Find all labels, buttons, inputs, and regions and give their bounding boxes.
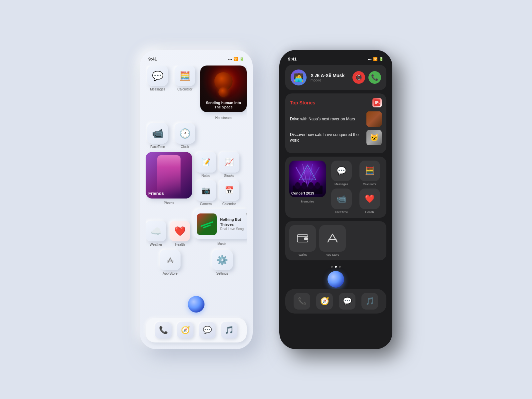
wallet-svg <box>296 232 309 245</box>
neon-triangle <box>298 163 318 183</box>
siri-container-light[interactable] <box>146 296 247 313</box>
music-widget[interactable]: Nothing But Thieves Real Love Song ♪ <box>194 209 247 239</box>
top-stories-widget[interactable]: Top Stories Drive with Nasa's next rover… <box>285 93 386 153</box>
dark-health-icon: ❤️ <box>359 189 380 209</box>
app-item-messages-light[interactable]: 💬 Messages <box>146 66 170 91</box>
story-item-1[interactable]: Drive with Nasa's next rover on Mars <box>290 111 382 127</box>
wallet-label: Wallet <box>299 253 307 256</box>
caller-info: X Æ A-Xii Musk mobile <box>311 73 348 82</box>
app-item-notes[interactable]: 📝 Notes <box>196 152 216 178</box>
app-item-settings-light[interactable]: ⚙️ Settings <box>198 250 247 275</box>
app-item-appstore-light[interactable]: App Store <box>146 250 195 275</box>
friends-widget[interactable]: Friends <box>146 152 192 199</box>
dock-messages-light[interactable]: 💬 <box>199 322 215 338</box>
app-item-calendar[interactable]: 📅 Calendar <box>219 180 239 206</box>
phone-content-light: 💬 Messages 🧮 Calculator Sending human in… <box>146 66 247 294</box>
story-text-2: Discover how cats have conquered the wor… <box>290 132 363 143</box>
music-note-icon: ♪ <box>245 212 247 216</box>
signal-icon-dark: ▪▪▪ <box>368 57 372 61</box>
facetime-icon: 📹 <box>147 123 168 144</box>
status-time-dark: 9:41 <box>288 57 297 62</box>
dock-music-dark[interactable]: 🎵 <box>361 293 378 310</box>
app-item-health-light[interactable]: ❤️ Health <box>170 221 190 246</box>
wifi-icon-dark: 🛜 <box>373 57 378 61</box>
svg-rect-0 <box>374 99 380 106</box>
moon-small <box>218 87 228 97</box>
dock-messages-dark[interactable]: 💬 <box>339 293 355 310</box>
clock-label: Clock <box>181 145 189 149</box>
dark-app-facetime[interactable]: 📹 FaceTime <box>331 189 352 214</box>
dark-app-calculator[interactable]: 🧮 Calculator <box>359 161 380 186</box>
dark-health-label: Health <box>365 210 374 214</box>
dot-3 <box>339 266 341 268</box>
friends-label: Friends <box>148 191 164 196</box>
app-item-camera[interactable]: 📷 Camera <box>196 180 216 206</box>
app-item-weather[interactable]: ☁️ Weather <box>146 221 166 246</box>
dark-app-wallet[interactable]: Wallet <box>289 225 316 256</box>
weather-label: Weather <box>150 243 162 246</box>
calculator-icon: 🧮 <box>175 66 195 86</box>
dock-phone-light[interactable]: 📞 <box>155 322 172 338</box>
app-item-facetime-light[interactable]: 📹 FaceTime <box>146 123 170 149</box>
app-row-1: 💬 Messages 🧮 Calculator Sending human in… <box>146 66 247 120</box>
dark-facetime-icon: 📹 <box>331 189 352 209</box>
status-bar-dark: 9:41 ▪▪▪ 🛜 🔋 <box>285 57 386 62</box>
dot-2-active <box>335 266 337 268</box>
appstore-icon-dark <box>319 225 346 252</box>
dark-calculator-label: Calculator <box>363 183 376 186</box>
hot-stream-bg: Sending human into The Space <box>200 66 247 112</box>
dock-music-light[interactable]: 🎵 <box>221 322 237 338</box>
music-label: Music <box>217 242 226 246</box>
siri-ball-light[interactable] <box>188 296 204 313</box>
caller-status: mobile <box>311 78 348 82</box>
siri-ball-dark[interactable] <box>328 271 344 288</box>
hot-stream-text: Sending human into The Space <box>200 101 247 109</box>
call-widget[interactable]: 🧑‍💻 X Æ A-Xii Musk mobile 📵 📞 <box>285 65 386 90</box>
signal-icon: ▪▪▪ <box>228 57 232 61</box>
story-item-2[interactable]: Discover how cats have conquered the wor… <box>290 130 382 145</box>
dark-app-messages[interactable]: 💬 Messages <box>331 161 352 186</box>
music-subtitle: Real Love Song <box>220 227 247 231</box>
calendar-icon: 📅 <box>219 180 239 201</box>
dock-safari-light[interactable]: 🧭 <box>177 322 194 338</box>
concert-apps-section: Concert 2019 Memories 💬 Messages 🧮 <box>285 157 386 218</box>
photos-label: Photos <box>146 201 192 205</box>
top-stories-header: Top Stories <box>290 98 382 107</box>
dark-app-health[interactable]: ❤️ Health <box>359 189 380 214</box>
memories-label: Memories <box>289 200 326 203</box>
concert-widget-container: Concert 2019 Memories <box>289 161 326 203</box>
dark-messages-icon: 💬 <box>331 161 352 181</box>
concert-widget[interactable]: Concert 2019 <box>289 161 326 197</box>
app-item-clock-light[interactable]: 🕐 Clock <box>173 123 197 149</box>
accept-button[interactable]: 📞 <box>368 71 381 84</box>
dark-app-appstore[interactable]: App Store <box>319 225 346 256</box>
appstore-icon-light <box>160 250 181 270</box>
appstore-svg <box>326 232 339 245</box>
app-item-calculator-light[interactable]: 🧮 Calculator <box>173 66 197 91</box>
health-icon-light: ❤️ <box>170 221 190 241</box>
camera-icon: 📷 <box>196 180 216 201</box>
concert-app-row: Concert 2019 Memories 💬 Messages 🧮 <box>289 161 382 214</box>
light-phone: 9:41 ▪▪▪ 🛜 🔋 💬 Messages 🧮 Calculator <box>140 50 253 349</box>
dark-messages-label: Messages <box>334 183 348 186</box>
dock-compass-dark[interactable]: 🧭 <box>316 293 333 310</box>
calendar-label: Calendar <box>222 202 236 206</box>
health-label-light: Health <box>175 243 185 246</box>
caller-avatar: 🧑‍💻 <box>291 69 307 85</box>
row-weather-music: ☁️ Weather ❤️ Health Nothing But T <box>146 209 247 246</box>
app-item-stocks[interactable]: 📈 Stocks <box>219 152 239 178</box>
dock-phone-dark[interactable]: 📞 <box>294 293 310 310</box>
battery-icon: 🔋 <box>239 57 244 61</box>
dark-phone: 9:41 ▪▪▪ 🛜 🔋 🧑‍💻 X Æ A-Xii Musk mobile 📵… <box>279 50 392 349</box>
settings-label-light: Settings <box>216 272 228 275</box>
messages-icon: 💬 <box>147 66 168 86</box>
hot-stream-widget[interactable]: Sending human into The Space <box>200 66 247 112</box>
svg-point-8 <box>308 182 314 189</box>
settings-icon-light: ⚙️ <box>212 250 233 270</box>
battery-icon-dark: 🔋 <box>379 57 384 61</box>
decline-button[interactable]: 📵 <box>352 71 365 84</box>
svg-point-6 <box>295 182 300 189</box>
news-app-icon <box>372 98 382 107</box>
siri-container-dark[interactable] <box>285 271 386 288</box>
svg-rect-11 <box>304 237 308 240</box>
